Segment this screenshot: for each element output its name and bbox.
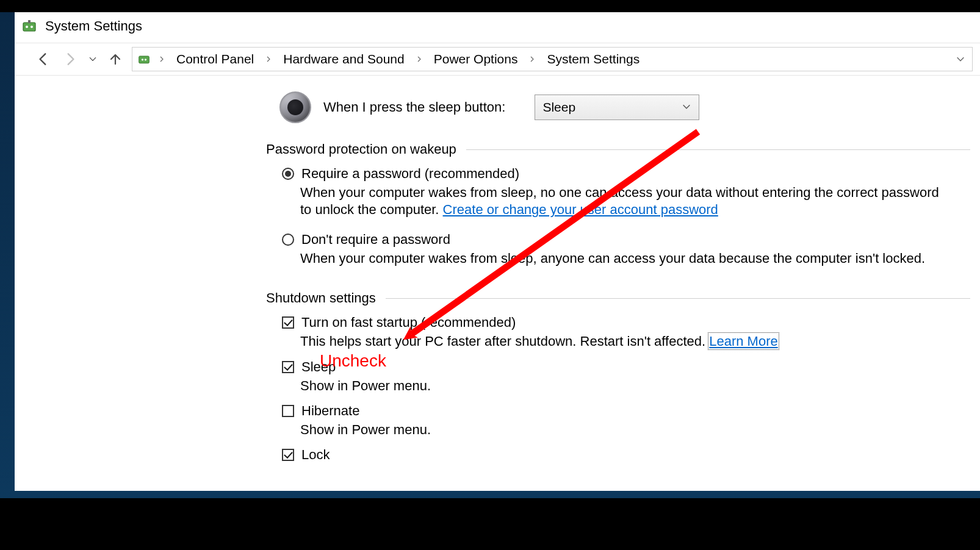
hibernate-label: Hibernate [301,403,359,419]
dont-require-password-radio[interactable] [282,234,294,246]
require-password-radio[interactable] [282,168,294,180]
recent-locations-button[interactable] [87,49,99,70]
learn-more-link[interactable]: Learn More [709,334,778,349]
shutdown-settings-section: Shutdown settings Turn on fast startup (… [266,290,970,462]
chevron-right-icon[interactable] [154,54,169,65]
window: System Settings Control Panel [15,12,980,491]
sleep-label: Sleep [301,359,336,375]
require-password-label: Require a password (recommended) [301,166,519,182]
breadcrumb-item-hardware-sound[interactable]: Hardware and Sound [279,49,408,69]
fast-startup-desc-text: This helps start your PC faster after sh… [300,334,709,349]
svg-point-5 [142,59,143,60]
create-password-link[interactable]: Create or change your user account passw… [443,202,718,217]
password-section-title: Password protection on wakeup [266,141,456,157]
letterbox-top [0,0,980,12]
breadcrumb-item-system-settings[interactable]: System Settings [543,49,643,69]
divider [386,298,970,299]
control-panel-path-icon [137,52,151,66]
dont-require-password-option: Don't require a password When your compu… [282,232,970,267]
letterbox-bottom [0,498,980,550]
hibernate-checkbox[interactable] [282,405,294,417]
fast-startup-checkbox[interactable] [282,316,294,329]
sleep-button-label: When I press the sleep button: [323,99,505,115]
hibernate-desc: Show in Power menu. [300,421,946,438]
sleep-button-dropdown[interactable]: Sleep [535,95,699,120]
sleep-button-setting: When I press the sleep button: Sleep [279,91,970,123]
breadcrumb[interactable]: Control Panel Hardware and Sound Power O… [132,47,973,71]
svg-point-6 [145,59,146,60]
svg-rect-0 [23,23,35,31]
lock-checkbox[interactable] [282,449,294,461]
dont-require-password-desc: When your computer wakes from sleep, any… [300,250,946,267]
breadcrumb-item-power-options[interactable]: Power Options [430,49,522,69]
lock-option: Lock [282,447,970,463]
dont-require-password-label: Don't require a password [301,232,450,248]
hibernate-option: Hibernate Show in Power menu. [282,403,970,438]
chevron-right-icon[interactable] [261,54,276,65]
require-password-option: Require a password (recommended) When yo… [282,166,970,218]
sleep-desc: Show in Power menu. [300,377,946,395]
chevron-down-icon [682,100,691,115]
require-password-desc: When your computer wakes from sleep, no … [300,184,946,218]
chevron-right-icon[interactable] [412,54,427,65]
breadcrumb-item-control-panel[interactable]: Control Panel [173,49,258,69]
back-button[interactable] [33,49,54,70]
fast-startup-label: Turn on fast startup (recommended) [301,315,516,330]
svg-point-1 [26,26,28,28]
svg-point-2 [31,26,33,28]
fast-startup-option: Turn on fast startup (recommended) This … [282,315,970,350]
chevron-right-icon[interactable] [525,54,539,65]
content-area: When I press the sleep button: Sleep Pas… [15,76,980,477]
fast-startup-desc: This helps start your PC faster after sh… [300,333,946,350]
window-title: System Settings [45,18,142,34]
sleep-option: Sleep Show in Power menu. [282,359,970,395]
up-button[interactable] [105,49,126,70]
nav-row: Control Panel Hardware and Sound Power O… [15,43,980,76]
divider [466,149,970,150]
svg-rect-3 [28,20,31,23]
shutdown-section-title: Shutdown settings [266,290,376,306]
forward-button[interactable] [60,49,81,70]
sleep-checkbox[interactable] [282,361,294,373]
lock-label: Lock [301,447,330,463]
control-panel-icon [22,19,37,34]
sleep-button-icon [279,91,311,123]
password-protection-section: Password protection on wakeup Require a … [266,141,970,267]
titlebar: System Settings [15,12,980,43]
svg-rect-4 [139,56,150,63]
address-history-button[interactable] [954,52,967,66]
sleep-button-value: Sleep [542,100,575,115]
